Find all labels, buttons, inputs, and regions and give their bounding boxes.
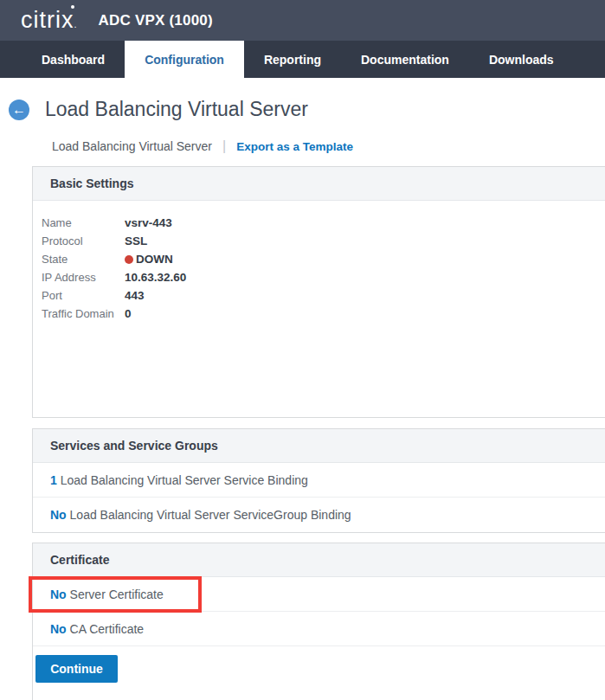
back-button[interactable]: ← — [9, 100, 29, 120]
field-label: State — [42, 250, 125, 268]
citrix-logo-period: . — [74, 19, 78, 29]
main-nav: Dashboard Configuration Reporting Docume… — [0, 41, 605, 78]
ca-certificate-row[interactable]: No CA Certificate — [33, 612, 605, 646]
page-title: Load Balancing Virtual Server — [45, 98, 308, 121]
ca-certificate-link[interactable]: No — [50, 622, 67, 636]
service-binding-row[interactable]: 1 Load Balancing Virtual Server Service … — [33, 463, 605, 498]
servicegroup-binding-link[interactable]: No — [50, 508, 67, 522]
services-header: Services and Service Groups — [33, 429, 605, 463]
field-label: Protocol — [42, 232, 125, 250]
certificate-panel: Certificate No Server Certificate No CA … — [32, 543, 605, 700]
tab-configuration[interactable]: Configuration — [125, 41, 244, 78]
field-label: Traffic Domain — [42, 305, 125, 323]
citrix-logo: citrix. — [21, 9, 87, 32]
server-certificate-link[interactable]: No — [50, 588, 67, 601]
field-value: 0 — [125, 305, 132, 323]
basic-settings-header: Basic Settings — [33, 167, 605, 201]
field-value: 10.63.32.60 — [125, 268, 186, 286]
button-row: Continue — [33, 646, 605, 700]
breadcrumb-separator: | — [222, 138, 226, 154]
certificate-header: Certificate — [33, 543, 605, 577]
field-row-ip-address: IP Address 10.63.32.60 — [42, 268, 605, 286]
citrix-logo-dot-icon — [71, 5, 74, 9]
tab-downloads[interactable]: Downloads — [469, 41, 574, 78]
basic-settings-body: Name vsrv-443 Protocol SSL State DOWN IP… — [33, 201, 605, 417]
field-value: SSL — [125, 232, 147, 250]
field-value-state: DOWN — [125, 250, 173, 268]
status-text: DOWN — [136, 250, 173, 268]
breadcrumb: Load Balancing Virtual Server — [52, 139, 212, 153]
field-value: 443 — [125, 286, 145, 305]
field-label: IP Address — [42, 268, 125, 286]
top-bar: citrix. ADC VPX (1000) — [0, 0, 605, 41]
back-arrow-icon: ← — [12, 103, 26, 117]
tab-dashboard[interactable]: Dashboard — [22, 41, 125, 78]
field-row-protocol: Protocol SSL — [42, 232, 605, 250]
field-label: Name — [42, 214, 125, 232]
service-binding-link[interactable]: 1 — [50, 473, 57, 487]
servicegroup-binding-text: Load Balancing Virtual Server ServiceGro… — [67, 508, 351, 522]
status-down-dot-icon — [125, 255, 133, 264]
servicegroup-binding-row[interactable]: No Load Balancing Virtual Server Service… — [33, 498, 605, 532]
ca-certificate-text: CA Certificate — [67, 622, 144, 636]
services-panel: Services and Service Groups 1 Load Balan… — [32, 428, 605, 533]
field-value: vsrv-443 — [125, 214, 172, 232]
field-label: Port — [42, 286, 125, 305]
server-certificate-text: Server Certificate — [67, 588, 164, 601]
server-certificate-row-wrap: No Server Certificate — [33, 577, 605, 612]
field-row-state: State DOWN — [42, 250, 605, 268]
server-certificate-row[interactable]: No Server Certificate — [33, 577, 605, 612]
service-binding-text: Load Balancing Virtual Server Service Bi… — [57, 473, 308, 487]
field-row-traffic-domain: Traffic Domain 0 — [42, 305, 605, 323]
tab-reporting[interactable]: Reporting — [244, 41, 341, 78]
export-template-link[interactable]: Export as a Template — [236, 140, 353, 153]
continue-button[interactable]: Continue — [35, 655, 118, 683]
citrix-logo-text: citrix — [21, 7, 74, 33]
field-row-port: Port 443 — [42, 286, 605, 305]
tab-documentation[interactable]: Documentation — [341, 41, 469, 78]
product-name: ADC VPX (1000) — [99, 12, 213, 29]
basic-settings-panel: Basic Settings Name vsrv-443 Protocol SS… — [32, 166, 605, 418]
field-row-name: Name vsrv-443 — [42, 214, 605, 232]
